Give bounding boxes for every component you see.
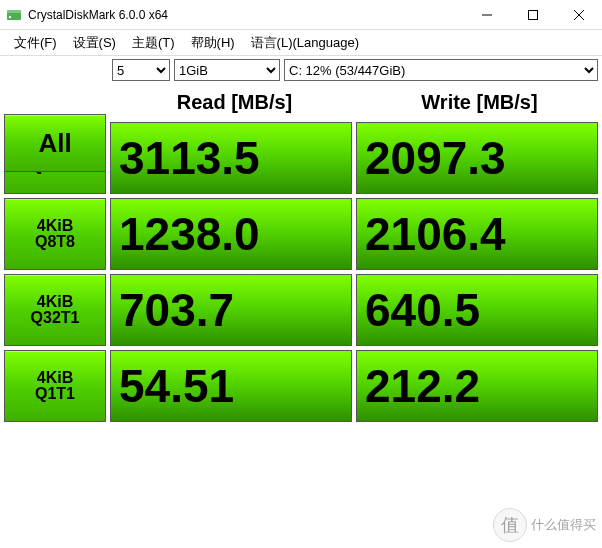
4k-q8t8-read-value: 1238.0 (110, 198, 352, 270)
4k-q1t1-label-2: Q1T1 (35, 386, 75, 402)
runs-select[interactable]: 5 (112, 59, 170, 81)
menu-language[interactable]: 语言(L)(Language) (243, 32, 367, 54)
row-4k-q8t8: 4KiB Q8T8 1238.0 2106.4 (0, 196, 602, 272)
watermark-icon: 值 (493, 508, 527, 542)
close-button[interactable] (556, 0, 602, 29)
menu-file[interactable]: 文件(F) (6, 32, 65, 54)
watermark-text: 什么值得买 (531, 516, 596, 534)
app-icon (6, 7, 22, 23)
row-4k-q1t1: 4KiB Q1T1 54.51 212.2 (0, 348, 602, 424)
write-header: Write [MB/s] (357, 84, 602, 120)
window-controls (464, 0, 602, 29)
4k-q1t1-write-value: 212.2 (356, 350, 598, 422)
read-header: Read [MB/s] (112, 84, 357, 120)
maximize-button[interactable] (510, 0, 556, 29)
4k-q8t8-label-2: Q8T8 (35, 234, 75, 250)
menu-help[interactable]: 帮助(H) (183, 32, 243, 54)
menu-settings[interactable]: 设置(S) (65, 32, 124, 54)
svg-rect-1 (7, 10, 21, 13)
menu-theme[interactable]: 主题(T) (124, 32, 183, 54)
4k-q8t8-write-value: 2106.4 (356, 198, 598, 270)
4k-q32t1-read-value: 703.7 (110, 274, 352, 346)
svg-point-2 (9, 15, 11, 17)
4k-q32t1-write-value: 640.5 (356, 274, 598, 346)
benchmark-grid: All 5 1GiB C: 12% (53/447GiB) Read [MB/s… (0, 56, 602, 424)
4k-q1t1-button[interactable]: 4KiB Q1T1 (4, 350, 106, 422)
4k-q32t1-label-1: 4KiB (37, 294, 73, 310)
watermark: 值 什么值得买 (493, 508, 596, 542)
4k-q1t1-label-1: 4KiB (37, 370, 73, 386)
4k-q8t8-button[interactable]: 4KiB Q8T8 (4, 198, 106, 270)
seq-write-value: 2097.3 (356, 122, 598, 194)
4k-q8t8-label-1: 4KiB (37, 218, 73, 234)
controls-row: 5 1GiB C: 12% (53/447GiB) (0, 56, 602, 84)
seq-read-value: 3113.5 (110, 122, 352, 194)
minimize-button[interactable] (464, 0, 510, 29)
row-4k-q32t1: 4KiB Q32T1 703.7 640.5 (0, 272, 602, 348)
4k-q1t1-read-value: 54.51 (110, 350, 352, 422)
4k-q32t1-label-2: Q32T1 (31, 310, 80, 326)
window-title: CrystalDiskMark 6.0.0 x64 (28, 8, 464, 22)
4k-q32t1-button[interactable]: 4KiB Q32T1 (4, 274, 106, 346)
size-select[interactable]: 1GiB (174, 59, 280, 81)
svg-rect-4 (529, 10, 538, 19)
drive-select[interactable]: C: 12% (53/447GiB) (284, 59, 598, 81)
title-bar: CrystalDiskMark 6.0.0 x64 (0, 0, 602, 30)
menu-bar: 文件(F) 设置(S) 主题(T) 帮助(H) 语言(L)(Language) (0, 30, 602, 56)
all-button[interactable]: All (4, 114, 106, 172)
